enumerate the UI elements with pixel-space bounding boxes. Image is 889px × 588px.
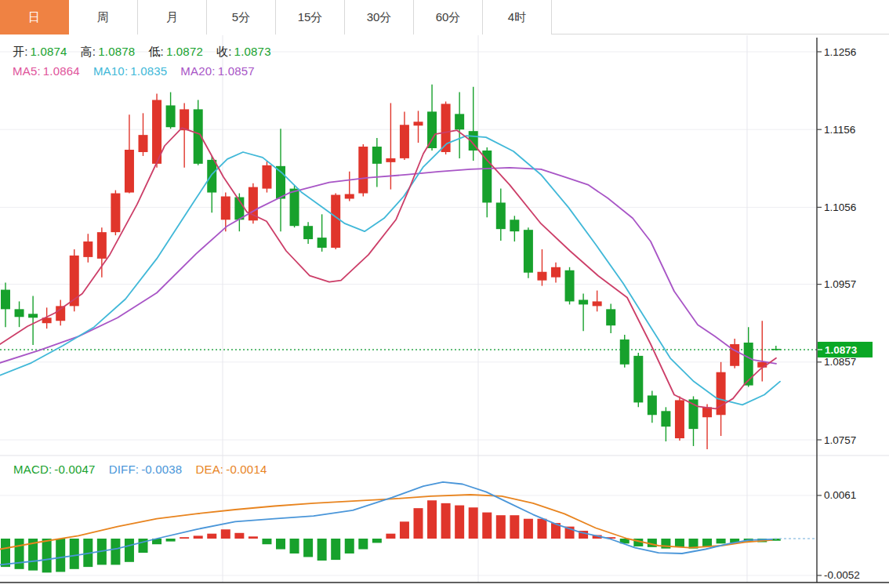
- candle-body: [730, 344, 739, 366]
- legend-label: MA10:: [93, 64, 128, 78]
- candle-body: [524, 230, 533, 273]
- timeframe-tabbar: 日周月5分15分30分60分4时: [0, 0, 889, 34]
- ohlc-item: 收:1.0873: [216, 45, 271, 58]
- candle-body: [482, 151, 492, 202]
- legend-value: 1.0873: [234, 45, 271, 58]
- legend-value: 1.0878: [98, 45, 135, 58]
- candle-body: [166, 105, 176, 127]
- candle-body: [717, 372, 726, 416]
- tab-5分[interactable]: 5分: [207, 0, 276, 34]
- candle-body: [15, 309, 24, 317]
- ohlc-item: 高:1.0878: [81, 45, 136, 58]
- last-price-label: 1.0873: [825, 344, 858, 356]
- macd-bar: [1, 539, 10, 567]
- candle-body: [207, 160, 216, 193]
- legend-label: 低:: [148, 45, 164, 58]
- macd-bar: [702, 539, 712, 546]
- macd-bar: [234, 533, 244, 539]
- ma5-line: [0, 128, 776, 408]
- legend-label: 收:: [216, 45, 232, 58]
- forex-kline-app: 1.12561.11561.10561.09571.08571.07570.00…: [0, 0, 889, 588]
- candle-body: [744, 343, 753, 386]
- macd-bar: [427, 500, 437, 539]
- tab-日[interactable]: 日: [0, 0, 69, 34]
- legend-value: 1.0872: [166, 45, 203, 58]
- legend-value: 1.0835: [130, 64, 167, 78]
- legend-value: 1.0874: [31, 45, 67, 58]
- tab-15分[interactable]: 15分: [276, 0, 345, 34]
- candle-body: [221, 197, 230, 220]
- ohlc-item: 开:1.0874: [13, 45, 67, 58]
- macd-bar: [372, 539, 382, 543]
- candle-body: [386, 158, 395, 162]
- legend-label: 开:: [13, 45, 28, 58]
- macd-bar: [166, 539, 176, 542]
- macd-legend: MACD:-0.0047DIFF:-0.0038DEA:-0.0014: [13, 463, 281, 476]
- macd-bar: [441, 503, 451, 539]
- macd-bar: [290, 539, 299, 554]
- candle-body: [648, 395, 657, 415]
- axis-tick-label: 1.1056: [824, 201, 856, 213]
- legend-label: DIFF:: [109, 463, 140, 476]
- macd-item: DIFF:-0.0038: [109, 463, 183, 476]
- macd-bar: [482, 513, 492, 539]
- macd-bar: [496, 515, 506, 539]
- candle-body: [661, 411, 670, 426]
- macd-item: MACD:-0.0047: [13, 463, 96, 476]
- candle-body: [565, 270, 575, 302]
- macd-bar: [386, 534, 395, 539]
- candle-body: [455, 114, 464, 129]
- tab-月[interactable]: 月: [138, 0, 207, 34]
- ohlc-legend: 开:1.0874高:1.0878低:1.0872收:1.0873: [13, 45, 285, 60]
- legend-label: MACD:: [13, 463, 52, 476]
- legend-value: 1.0864: [43, 64, 80, 78]
- candle-body: [427, 111, 437, 148]
- macd-bar: [262, 539, 271, 544]
- macd-bar: [318, 539, 327, 561]
- candle-body: [358, 147, 368, 194]
- macd-bar: [675, 539, 684, 547]
- tab-60分[interactable]: 60分: [414, 0, 483, 34]
- candle-body: [83, 241, 93, 257]
- macd-bar: [125, 539, 134, 562]
- candle-body: [496, 202, 506, 229]
- tab-30分[interactable]: 30分: [345, 0, 414, 34]
- candle-body: [1, 290, 10, 310]
- candle-body: [97, 232, 107, 259]
- macd-bar: [400, 521, 409, 539]
- macd-bar: [510, 515, 519, 539]
- macd-bar: [56, 539, 65, 572]
- axis-tick-label: 1.0757: [824, 434, 856, 446]
- macd-bar: [717, 539, 726, 543]
- candle-body: [675, 400, 684, 438]
- candlestick-chart[interactable]: 1.12561.11561.10561.09571.08571.07570.00…: [0, 0, 889, 588]
- macd-bar: [276, 539, 285, 550]
- tab-4时[interactable]: 4时: [483, 0, 552, 34]
- legend-label: MA5:: [13, 64, 41, 78]
- macd-bar: [537, 519, 546, 539]
- last-price-tag: 1.0873: [818, 342, 873, 358]
- macd-bar: [414, 508, 423, 539]
- ma-item: MA20:1.0857: [180, 64, 254, 78]
- candle-body: [318, 238, 327, 248]
- candle-body: [125, 150, 134, 193]
- candle-body: [537, 272, 546, 281]
- candle-body: [414, 122, 423, 125]
- macd-bar: [455, 506, 464, 539]
- legend-label: DEA:: [195, 463, 223, 476]
- candle-body: [28, 314, 38, 318]
- ma-item: MA5:1.0864: [13, 64, 80, 78]
- legend-label: 高:: [81, 45, 96, 58]
- legend-value: -0.0038: [141, 463, 182, 476]
- macd-bar: [207, 534, 216, 539]
- ma-legend: MA5:1.0864MA10:1.0835MA20:1.0857: [13, 64, 268, 78]
- tab-周[interactable]: 周: [69, 0, 138, 34]
- macd-bar: [469, 507, 478, 539]
- axis-tick-label: 1.0857: [824, 356, 856, 368]
- candle-body: [303, 226, 313, 239]
- candle-body: [579, 299, 588, 304]
- candle-body: [111, 194, 120, 233]
- candle-body: [551, 267, 561, 278]
- candle-body: [180, 109, 189, 130]
- macd-bar: [303, 539, 313, 557]
